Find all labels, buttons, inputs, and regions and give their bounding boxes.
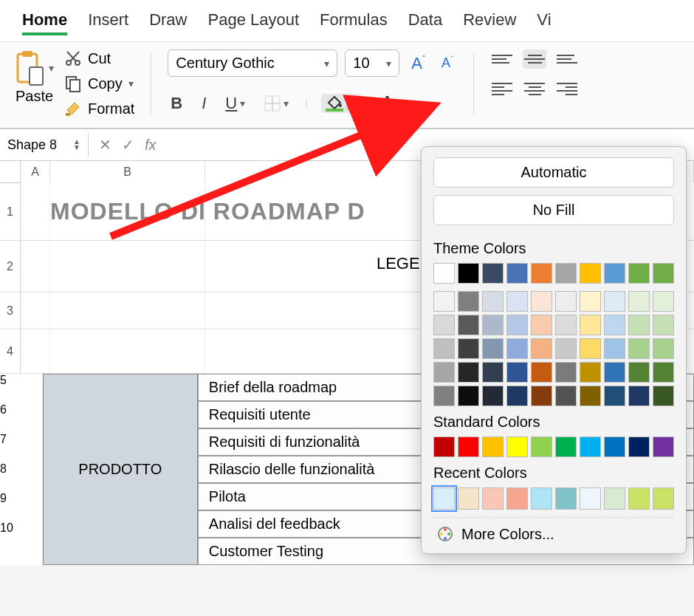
- color-swatch[interactable]: [604, 315, 625, 335]
- color-swatch[interactable]: [604, 263, 625, 284]
- color-swatch[interactable]: [628, 291, 650, 312]
- color-swatch[interactable]: [482, 362, 504, 383]
- color-swatch[interactable]: [604, 338, 625, 359]
- color-swatch[interactable]: [506, 315, 528, 335]
- color-swatch[interactable]: [482, 386, 504, 406]
- color-swatch[interactable]: [458, 291, 479, 312]
- name-box[interactable]: Shape 8 ▲▼: [0, 133, 89, 157]
- color-swatch[interactable]: [580, 386, 601, 406]
- color-swatch[interactable]: [458, 487, 479, 510]
- cancel-formula-button[interactable]: ✕: [99, 136, 111, 154]
- no-fill-button[interactable]: No Fill: [433, 195, 674, 225]
- automatic-color-button[interactable]: Automatic: [433, 157, 674, 188]
- color-swatch[interactable]: [433, 362, 455, 383]
- color-swatch[interactable]: [531, 487, 552, 510]
- color-swatch[interactable]: [531, 437, 552, 457]
- cut-button[interactable]: Cut: [64, 49, 134, 67]
- color-swatch[interactable]: [604, 386, 625, 406]
- font-color-button[interactable]: A ▾: [375, 92, 407, 114]
- color-swatch[interactable]: [482, 315, 504, 335]
- row-header[interactable]: 6: [0, 403, 13, 433]
- format-painter-button[interactable]: Format: [64, 100, 134, 117]
- color-swatch[interactable]: [653, 338, 674, 359]
- color-swatch[interactable]: [580, 291, 601, 312]
- color-swatch[interactable]: [604, 437, 625, 457]
- fx-label[interactable]: fx: [145, 137, 157, 154]
- row-header[interactable]: 4: [0, 329, 21, 373]
- align-right-button[interactable]: [555, 79, 579, 98]
- color-swatch[interactable]: [506, 291, 528, 312]
- color-swatch[interactable]: [506, 437, 528, 457]
- color-swatch[interactable]: [433, 437, 455, 457]
- align-left-button[interactable]: [490, 79, 514, 98]
- align-bottom-button[interactable]: [555, 49, 579, 69]
- increase-font-size-button[interactable]: Aˆ: [407, 52, 430, 75]
- color-swatch[interactable]: [653, 263, 674, 284]
- align-middle-button[interactable]: [523, 49, 546, 69]
- color-swatch[interactable]: [653, 487, 674, 510]
- color-swatch[interactable]: [531, 338, 552, 359]
- color-swatch[interactable]: [506, 338, 528, 359]
- color-swatch[interactable]: [580, 315, 601, 335]
- row-header[interactable]: 5: [0, 374, 13, 403]
- tab-review[interactable]: Review: [463, 7, 516, 35]
- color-swatch[interactable]: [555, 362, 577, 383]
- color-swatch[interactable]: [433, 338, 455, 359]
- color-swatch[interactable]: [506, 362, 528, 383]
- color-swatch[interactable]: [482, 291, 504, 312]
- color-swatch[interactable]: [458, 386, 479, 406]
- color-swatch[interactable]: [531, 315, 552, 335]
- color-swatch[interactable]: [531, 386, 552, 406]
- color-swatch[interactable]: [580, 338, 601, 359]
- font-size-select[interactable]: 10 ▾: [345, 49, 399, 77]
- row-header[interactable]: 10: [0, 521, 13, 551]
- color-swatch[interactable]: [506, 386, 528, 406]
- color-swatch[interactable]: [628, 386, 650, 406]
- color-swatch[interactable]: [604, 362, 625, 383]
- color-swatch[interactable]: [628, 315, 650, 335]
- color-swatch[interactable]: [433, 263, 455, 284]
- color-swatch[interactable]: [580, 437, 601, 457]
- color-swatch[interactable]: [555, 338, 577, 359]
- group-cell-prodotto[interactable]: PRODOTTO: [43, 374, 198, 565]
- color-swatch[interactable]: [482, 437, 504, 457]
- accept-formula-button[interactable]: ✓: [122, 136, 134, 154]
- color-swatch[interactable]: [482, 263, 504, 284]
- row-header[interactable]: 2: [0, 241, 21, 292]
- font-name-select[interactable]: Century Gothic ▾: [168, 49, 337, 77]
- color-swatch[interactable]: [458, 263, 479, 284]
- color-swatch[interactable]: [555, 291, 577, 312]
- decrease-font-size-button[interactable]: Aˇ: [437, 54, 457, 72]
- color-swatch[interactable]: [433, 487, 455, 510]
- tab-data[interactable]: Data: [408, 7, 442, 35]
- tab-view[interactable]: Vi: [537, 7, 551, 35]
- color-swatch[interactable]: [506, 263, 528, 284]
- bold-button[interactable]: B: [168, 92, 185, 114]
- color-swatch[interactable]: [653, 315, 674, 335]
- tab-home[interactable]: Home: [22, 7, 67, 35]
- color-swatch[interactable]: [653, 291, 674, 312]
- color-swatch[interactable]: [580, 362, 601, 383]
- color-swatch[interactable]: [458, 315, 479, 335]
- color-swatch[interactable]: [482, 487, 504, 510]
- color-swatch[interactable]: [555, 386, 577, 406]
- color-swatch[interactable]: [580, 487, 601, 510]
- color-swatch[interactable]: [506, 487, 528, 510]
- tab-formulas[interactable]: Formulas: [320, 7, 388, 35]
- color-swatch[interactable]: [531, 291, 552, 312]
- align-center-button[interactable]: [523, 79, 546, 98]
- italic-button[interactable]: I: [199, 92, 209, 114]
- color-swatch[interactable]: [531, 362, 552, 383]
- row-header[interactable]: 7: [0, 433, 13, 462]
- color-swatch[interactable]: [531, 263, 552, 284]
- stepper-icon[interactable]: ▲▼: [73, 139, 80, 151]
- color-swatch[interactable]: [555, 487, 577, 510]
- color-swatch[interactable]: [653, 386, 674, 406]
- borders-button[interactable]: ▾: [261, 94, 292, 113]
- color-swatch[interactable]: [555, 437, 577, 457]
- color-swatch[interactable]: [628, 437, 650, 457]
- color-swatch[interactable]: [555, 315, 577, 335]
- color-swatch[interactable]: [628, 338, 650, 359]
- row-header[interactable]: 1: [0, 183, 21, 240]
- color-swatch[interactable]: [433, 386, 455, 406]
